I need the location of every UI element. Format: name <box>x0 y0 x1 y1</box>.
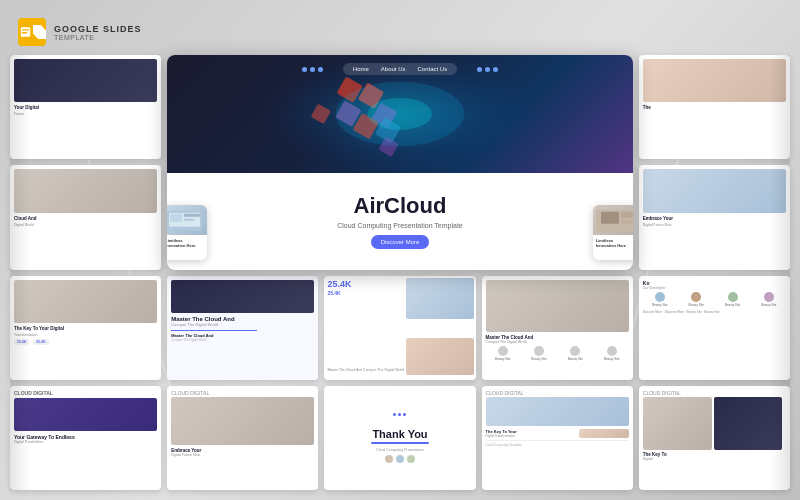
svg-rect-3 <box>22 32 28 33</box>
stat-row-1: 25.4K 25.4K <box>14 339 157 345</box>
slide-r3c2[interactable]: Master The Cloud And Conquer The Digital… <box>167 276 318 380</box>
card-left-label: LimitlessInnovation Here <box>167 235 207 251</box>
badge-subtitle: TEMPLATE <box>54 34 142 41</box>
badge-title: GOOGLE SLIDES <box>54 24 142 34</box>
nav-contact: Contact Us <box>418 66 448 72</box>
nav-about: About Us <box>381 66 406 72</box>
profile-dots-row <box>385 455 415 463</box>
hero-discover-button[interactable]: Discover More <box>371 235 430 249</box>
slide-1[interactable]: Your Digital Future <box>10 55 161 159</box>
slide-5-title: The <box>643 105 786 110</box>
nav-links: Home About Us Contact Us <box>343 63 457 75</box>
google-slides-icon <box>18 18 46 46</box>
slide-r3c1-title: The Key To Your Digital <box>14 326 157 331</box>
hero-card-right: LimitlessInnovation Here <box>593 205 633 260</box>
svg-rect-19 <box>184 218 194 220</box>
slide-r3c5[interactable]: Ko Our Developer Beauty Site Beauty Site… <box>639 276 790 380</box>
hero-subtitle: Cloud Computing Presentation Template <box>337 222 463 229</box>
slide-1-title: Your Digital <box>14 105 157 110</box>
card-right-label: LimitlessInnovation Here <box>593 235 633 251</box>
nav-dots-left <box>302 67 323 72</box>
hero-title: AirCloud <box>354 193 447 219</box>
svg-rect-18 <box>184 213 200 216</box>
svg-rect-2 <box>22 29 29 30</box>
slide-r4c4[interactable]: CLOUD DIGITAL The Key To Your Digital Tr… <box>482 386 633 490</box>
svg-rect-21 <box>601 211 619 223</box>
slide-r2c5-title: Embrace Your <box>643 216 786 221</box>
svg-rect-22 <box>621 211 633 217</box>
slide-r4c2[interactable]: CLOUD DIGITAL Embrace Your Digital Futur… <box>167 386 318 490</box>
people-row: Beauty Site Beauty Site Beauty Site Beau… <box>486 346 629 361</box>
decorative-dots <box>393 413 406 416</box>
thank-you-title: Thank You <box>372 420 427 440</box>
slides-grid: Your Digital Future <box>10 55 790 490</box>
slide-r3c1[interactable]: The Key To Your Digital Transformation 2… <box>10 276 161 380</box>
slide-5[interactable]: The <box>639 55 790 159</box>
svg-point-14 <box>368 98 432 130</box>
hero-nav: Home About Us Contact Us <box>167 63 633 75</box>
slide-r3c3[interactable]: 25.4K 25.4K Master The Cloud And Conquer… <box>324 276 475 380</box>
card-right-image <box>593 205 633 235</box>
google-slides-badge: GOOGLE SLIDES TEMPLATE <box>18 18 142 46</box>
nav-home: Home <box>353 66 369 72</box>
hero-background: Home About Us Contact Us <box>167 55 633 173</box>
hero-slide[interactable]: Home About Us Contact Us AirCloud Cloud … <box>167 55 633 270</box>
hero-content: AirCloud Cloud Computing Presentation Te… <box>167 173 633 270</box>
slide-r4c5[interactable]: CLOUD DIGITAL The Key To Digital <box>639 386 790 490</box>
slide-r3c4[interactable]: Master The Cloud And Conquer The Digital… <box>482 276 633 380</box>
badge-text-group: GOOGLE SLIDES TEMPLATE <box>54 24 142 41</box>
svg-rect-17 <box>170 213 182 221</box>
nav-dots-right <box>477 67 498 72</box>
svg-rect-23 <box>621 219 633 223</box>
slide-6-title: Cloud And <box>14 216 157 221</box>
slide-r4c1[interactable]: CLOUD DIGITAL Your Gateway To Endless Di… <box>10 386 161 490</box>
card-left-image <box>167 205 207 235</box>
decorative-bar <box>371 442 428 444</box>
slide-r2c5[interactable]: Embrace Your Digital Future Now <box>639 165 790 269</box>
slide-thankyou[interactable]: Thank You Cloud Computing Presentation <box>324 386 475 490</box>
hero-card-left: LimitlessInnovation Here <box>167 205 207 260</box>
slide-6[interactable]: Cloud And Digital World <box>10 165 161 269</box>
